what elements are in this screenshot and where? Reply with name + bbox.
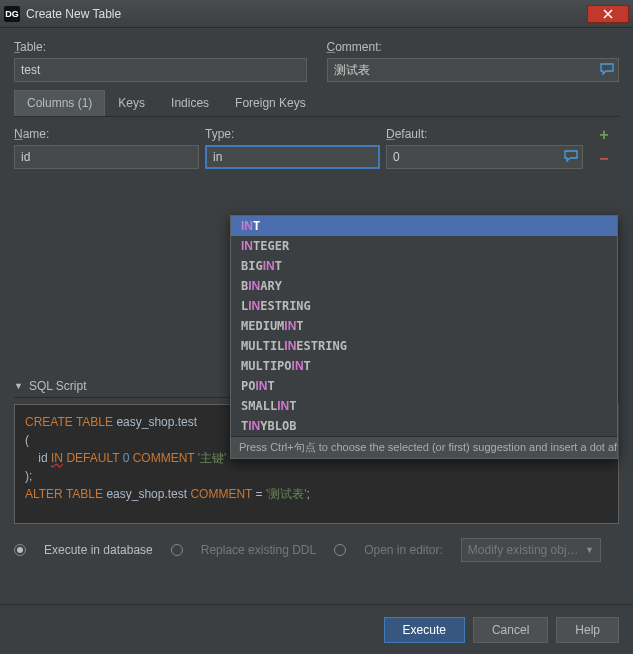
close-button[interactable] [587, 5, 629, 23]
opt-execute-db-label: Execute in database [44, 543, 153, 557]
table-name-input[interactable] [14, 58, 307, 82]
autocomplete-item[interactable]: TINYBLOB [231, 416, 617, 436]
app-logo: DG [4, 6, 20, 22]
column-type-input[interactable] [205, 145, 380, 169]
execute-button[interactable]: Execute [384, 617, 465, 643]
autocomplete-item[interactable]: INTEGER [231, 236, 617, 256]
table-label: Table: [14, 40, 307, 54]
comment-input[interactable] [327, 58, 620, 82]
autocomplete-dropdown: INTINTEGERBIGINTBINARYLINESTRINGMEDIUMIN… [230, 215, 618, 459]
dialog-footer: Execute Cancel Help [0, 604, 633, 654]
autocomplete-item[interactable]: BINARY [231, 276, 617, 296]
column-default-input[interactable] [386, 145, 583, 169]
tab-columns[interactable]: Columns (1) [14, 90, 105, 116]
autocomplete-item[interactable]: MEDIUMINT [231, 316, 617, 336]
opt-replace-ddl-label: Replace existing DDL [201, 543, 316, 557]
tab-indices[interactable]: Indices [158, 90, 222, 116]
col-header-default: Default: [386, 127, 583, 141]
autocomplete-item[interactable]: MULTILINESTRING [231, 336, 617, 356]
autocomplete-item[interactable]: INT [231, 216, 617, 236]
tab-foreign-keys[interactable]: Foreign Keys [222, 90, 319, 116]
chevron-down-icon: ▼ [585, 545, 594, 555]
autocomplete-item[interactable]: BIGINT [231, 256, 617, 276]
col-header-name: Name: [14, 127, 199, 141]
close-icon [603, 9, 613, 19]
autocomplete-item[interactable]: LINESTRING [231, 296, 617, 316]
column-name-input[interactable] [14, 145, 199, 169]
radio-open-editor[interactable] [334, 544, 346, 556]
sql-section-label: SQL Script [29, 379, 87, 393]
autocomplete-item[interactable]: SMALLINT [231, 396, 617, 416]
tabs: Columns (1) Keys Indices Foreign Keys [14, 90, 619, 117]
default-bubble-icon[interactable] [563, 148, 579, 164]
titlebar: DG Create New Table [0, 0, 633, 28]
remove-column-button[interactable]: − [599, 150, 608, 168]
window-title: Create New Table [26, 7, 587, 21]
collapse-icon: ▼ [14, 381, 23, 391]
comment-bubble-icon[interactable] [599, 61, 615, 77]
cancel-button[interactable]: Cancel [473, 617, 548, 643]
add-column-button[interactable]: + [599, 126, 608, 144]
col-header-type: Type: [205, 127, 380, 141]
radio-execute-db[interactable] [14, 544, 26, 556]
autocomplete-item[interactable]: POINT [231, 376, 617, 396]
tab-keys[interactable]: Keys [105, 90, 158, 116]
autocomplete-hint: Press Ctrl+句点 to choose the selected (or… [231, 436, 617, 458]
autocomplete-item[interactable]: MULTIPOINT [231, 356, 617, 376]
modify-existing-dropdown[interactable]: Modify existing obj… ▼ [461, 538, 601, 562]
dialog-content: Table: Comment: Columns (1) Keys Indices… [0, 28, 633, 570]
opt-open-editor-label: Open in editor: [364, 543, 443, 557]
comment-label: Comment: [327, 40, 620, 54]
help-button[interactable]: Help [556, 617, 619, 643]
radio-replace-ddl[interactable] [171, 544, 183, 556]
